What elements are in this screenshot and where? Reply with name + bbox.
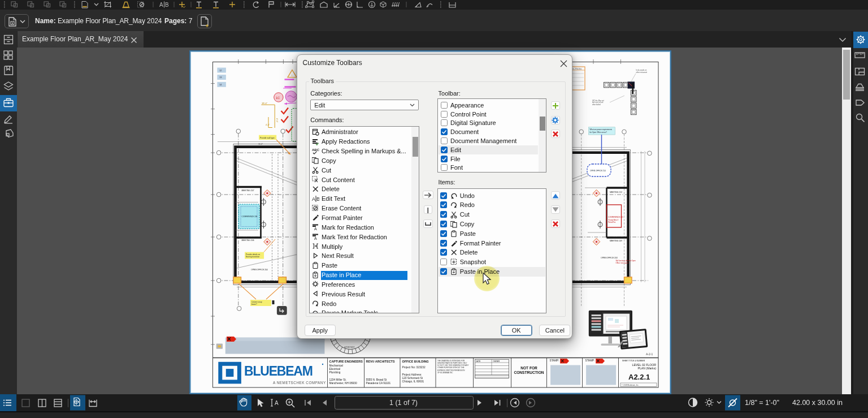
svg-text:A2.2.1: A2.2.1: [628, 373, 650, 381]
svg-text:Police/Fire: Police/Fire: [608, 221, 616, 223]
svg-text:STAMP:: STAMP:: [550, 359, 559, 362]
svg-text:CONSTRUCTION: CONSTRUCTION: [514, 370, 544, 374]
svg-text:other restaurant: other restaurant: [636, 71, 647, 74]
svg-text:4'-6": 4'-6": [276, 118, 279, 123]
svg-text:other bolted: other bolted: [592, 104, 601, 106]
svg-text:4'-0": 4'-0": [266, 124, 270, 126]
svg-text:42.00 x 30.00 in: 42.00 x 30.00 in: [792, 399, 843, 407]
svg-text:OWNER: OWNER: [493, 360, 500, 363]
svg-text:BLUEBEAM: BLUEBEAM: [244, 364, 313, 378]
svg-text:for Open Office areas?: for Open Office areas?: [590, 131, 607, 133]
svg-text:Office new layout: Office new layout: [616, 262, 629, 264]
svg-text:Mechanical: Mechanical: [329, 364, 343, 367]
svg-text:Project Address:: Project Address:: [402, 373, 422, 376]
svg-text:A: A: [314, 236, 317, 240]
svg-text:CAPTURE ENGINEERS: CAPTURE ENGINEERS: [329, 360, 363, 363]
svg-text:MEETING 207: MEETING 207: [242, 189, 254, 192]
svg-text:A: A: [312, 196, 315, 201]
svg-text:OF BLUEBEAM INC: OF BLUEBEAM INC: [437, 372, 453, 374]
svg-text:CONFERENCE 208: CONFERENCE 208: [242, 216, 258, 218]
svg-text:A: A: [159, 2, 163, 8]
svg-text:Column wrap: Column wrap: [251, 301, 262, 303]
svg-text:Project No: 323232: Project No: 323232: [402, 366, 426, 369]
svg-text:MEETING 209: MEETING 209: [610, 240, 622, 242]
svg-text:MEETING 206: MEETING 206: [242, 239, 254, 242]
svg-text:13: 13: [219, 76, 222, 79]
svg-text:14: 14: [219, 83, 222, 86]
svg-text:beam?: beam?: [251, 303, 257, 305]
svg-text:DATE: DATE: [476, 360, 480, 363]
svg-text:1 (1 of 7): 1 (1 of 7): [389, 399, 418, 407]
svg-text:12: 12: [219, 69, 222, 72]
svg-text:Manchester, NH 06930: Manchester, NH 06930: [329, 382, 357, 385]
svg-text:ABC: ABC: [312, 148, 319, 152]
svg-text:36'-8": 36'-8": [258, 143, 263, 145]
svg-text:Electrical: Electrical: [329, 368, 340, 370]
svg-text:CONFERENCE 205: CONFERENCE 205: [608, 216, 623, 218]
svg-text:OFFICE BUILDING: OFFICE BUILDING: [402, 360, 429, 363]
svg-text:A: A: [275, 400, 279, 406]
svg-text:B: B: [165, 2, 169, 8]
svg-text:NOT FOR: NOT FOR: [520, 366, 537, 370]
svg-text:LEVEL 02 FLOOR: LEVEL 02 FLOOR: [632, 363, 657, 367]
svg-text:MEETING 212: MEETING 212: [610, 191, 622, 193]
svg-text:Plumbing: Plumbing: [329, 371, 341, 374]
svg-text:Provide details on: Provide details on: [246, 253, 261, 256]
svg-text:A NEMETSCHEK COMPANY: A NEMETSCHEK COMPANY: [273, 381, 326, 385]
svg-text:123 Schonsett St: 123 Schonsett St: [402, 377, 423, 380]
svg-text:What are power requirements: What are power requirements: [590, 128, 613, 131]
svg-text:A-2-1: A-2-1: [646, 352, 653, 356]
svg-text:18'-0": 18'-0": [262, 102, 268, 105]
svg-text:flooring transition: flooring transition: [246, 256, 260, 258]
svg-text:A: A: [314, 227, 317, 231]
svg-text:Pasadena CA 91101: Pasadena CA 91101: [366, 382, 391, 385]
svg-text:OPEN OFFICE 204: OPEN OFFICE 204: [251, 269, 268, 271]
svg-text:SHEET TITLE & NUMBER: SHEET TITLE & NUMBER: [622, 360, 645, 362]
svg-text:1234 Miller St.: 1234 Miller St.: [329, 378, 347, 381]
svg-text:Chicago, IL 60601: Chicago, IL 60601: [402, 380, 424, 383]
svg-text:Rm - Finishes: Rm - Finishes: [571, 68, 582, 70]
svg-text:Std furniture plan for Open: Std furniture plan for Open: [616, 260, 636, 262]
svg-text:PLAN (Marks): PLAN (Marks): [637, 367, 656, 370]
svg-text:4/18/2022: 4/18/2022: [344, 346, 355, 348]
svg-text:REVU ARCHITECTS: REVU ARCHITECTS: [366, 360, 395, 363]
svg-text:1C: 1C: [276, 96, 280, 100]
svg-text:5555 N. Broad St: 5555 N. Broad St: [366, 378, 387, 381]
svg-text:Provide wall type: Provide wall type: [260, 137, 275, 139]
svg-text:STAMP:: STAMP:: [585, 359, 595, 362]
svg-text:© 2018 Bluebeam, Inc.: © 2018 Bluebeam, Inc.: [622, 384, 639, 386]
svg-text:B: B: [316, 196, 319, 201]
svg-text:1/8" = 1'-0": 1/8" = 1'-0": [745, 399, 779, 407]
svg-text:OPEN OFFICE 203: OPEN OFFICE 203: [601, 257, 618, 259]
svg-text:OPEN OFFICE 214: OPEN OFFICE 214: [590, 170, 606, 172]
